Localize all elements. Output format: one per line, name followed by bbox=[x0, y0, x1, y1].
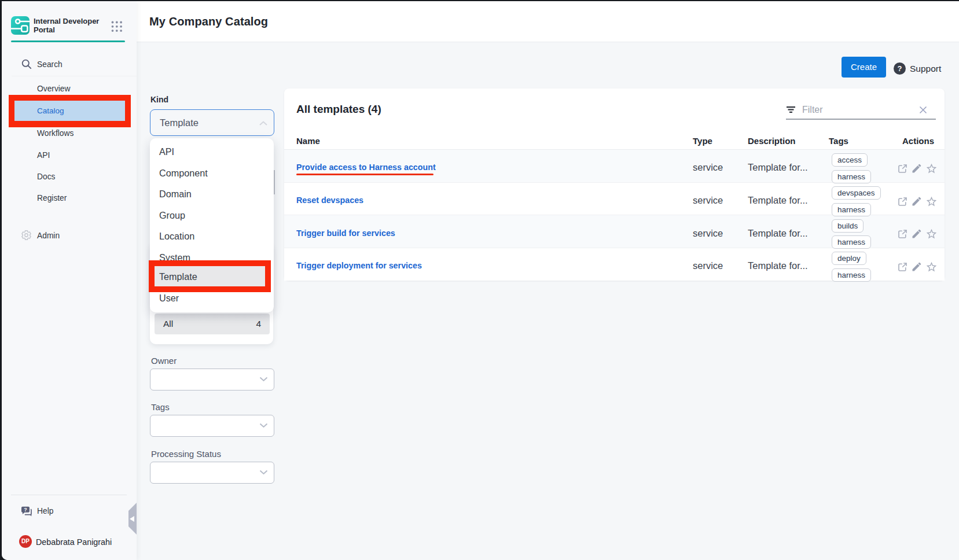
svg-text:?: ? bbox=[24, 507, 27, 513]
